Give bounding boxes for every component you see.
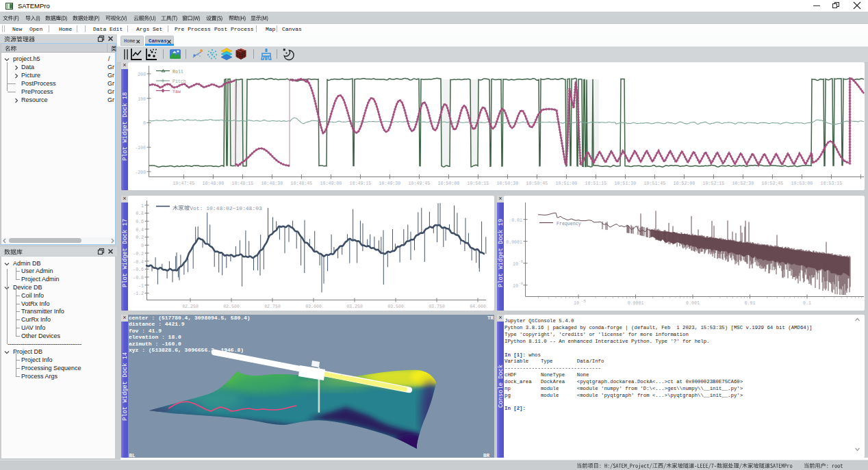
svg-text:-6: -6 (519, 259, 524, 264)
svg-text:-1.2: -1.2 (133, 291, 144, 296)
svg-text:10:51:30: 10:51:30 (615, 181, 637, 186)
svg-text:10:51:45: 10:51:45 (644, 181, 666, 186)
svg-text:0.001: 0.001 (686, 301, 700, 306)
svg-text:10:48:00: 10:48:00 (203, 181, 225, 186)
svg-text:10:49:15: 10:49:15 (350, 181, 372, 186)
svg-text:10:52:00: 10:52:00 (674, 181, 695, 186)
svg-text:-0.4: -0.4 (133, 260, 144, 265)
svg-text:10:49:45: 10:49:45 (409, 181, 431, 186)
svg-text:0.01: 0.01 (511, 218, 522, 223)
svg-text:0.0001: 0.0001 (506, 240, 522, 245)
svg-text:10:51:15: 10:51:15 (585, 181, 607, 186)
svg-text:-0.2: -0.2 (133, 252, 144, 257)
svg-text:10: 10 (513, 284, 518, 289)
svg-text:10: 10 (574, 301, 579, 306)
svg-text:center : (517780.4, 3098094.5,: center : (517780.4, 3098094.5, 580.4) (129, 315, 251, 321)
svg-text:10:52:15: 10:52:15 (703, 181, 725, 186)
svg-text:10:50:30: 10:50:30 (497, 181, 519, 186)
svg-text:fov : 41.9: fov : 41.9 (129, 328, 162, 334)
svg-text:03.250: 03.250 (346, 304, 363, 309)
svg-text:0.0001: 0.0001 (628, 301, 644, 306)
svg-text:100: 100 (138, 97, 146, 102)
svg-text:200: 200 (138, 73, 146, 77)
svg-text:TR: TR (487, 315, 494, 321)
svg-text:0.4: 0.4 (136, 228, 144, 233)
svg-text:-0.6: -0.6 (133, 267, 144, 272)
svg-text:10:48:45: 10:48:45 (291, 181, 313, 186)
svg-text:0.6: 0.6 (136, 220, 144, 224)
svg-text:0.2: 0.2 (136, 235, 144, 240)
svg-text:03.500: 03.500 (387, 304, 404, 309)
svg-text:elevation : 18.0: elevation : 18.0 (129, 334, 181, 340)
svg-text:Pitch: Pitch (173, 79, 186, 84)
svg-text:distance : 4421.9: distance : 4421.9 (129, 321, 185, 327)
svg-text:10:51:00: 10:51:00 (556, 181, 578, 186)
svg-text:02.750: 02.750 (264, 304, 281, 309)
svg-text:xyz : (513828.6, 3096656.2, 19: xyz : (513828.6, 3096656.2, 1946.8) (129, 347, 244, 353)
svg-text:Roll: Roll (173, 70, 183, 75)
svg-text:10: 10 (513, 262, 518, 267)
svg-text:0: 0 (143, 121, 146, 126)
svg-text:10:48:15: 10:48:15 (232, 181, 254, 186)
svg-text:Frequency: Frequency (557, 222, 581, 226)
svg-text:10:52:45: 10:52:45 (762, 181, 784, 186)
svg-text:10:47:45: 10:47:45 (173, 181, 195, 186)
svg-text:-200: -200 (135, 170, 146, 175)
svg-text:04.000: 04.000 (470, 304, 486, 309)
svg-text:1: 1 (141, 204, 144, 209)
svg-text:0.8: 0.8 (136, 211, 144, 216)
svg-text:BL: BL (129, 453, 136, 458)
svg-text:10:50:15: 10:50:15 (468, 181, 489, 186)
svg-text:-8: -8 (519, 281, 524, 286)
svg-text:0: 0 (141, 244, 144, 248)
svg-text:10:53:00: 10:53:00 (791, 181, 813, 186)
svg-text:10:49:00: 10:49:00 (320, 181, 342, 186)
svg-text:BR: BR (483, 453, 490, 458)
svg-text:-100: -100 (135, 146, 146, 151)
svg-text:02.500: 02.500 (223, 304, 240, 309)
svg-text:03.750: 03.750 (429, 304, 445, 309)
svg-text:02.250: 02.250 (182, 304, 199, 309)
svg-text:10:52:30: 10:52:30 (732, 181, 754, 186)
svg-text:-1: -1 (138, 284, 144, 289)
svg-text:0.01: 0.01 (745, 301, 756, 306)
svg-text:-0.8: -0.8 (133, 276, 144, 280)
svg-text:10:49:30: 10:49:30 (379, 181, 401, 186)
svg-text:azimuth : -160.0: azimuth : -160.0 (129, 341, 181, 347)
svg-text:-5: -5 (581, 299, 587, 304)
svg-text:10:50:00: 10:50:00 (438, 181, 460, 186)
svg-text:Yaw: Yaw (173, 90, 181, 94)
svg-text:03.000: 03.000 (305, 304, 322, 309)
svg-text:0.1: 0.1 (803, 301, 811, 306)
svg-text:10:48:30: 10:48:30 (261, 181, 283, 186)
svg-text:10:50:45: 10:50:45 (526, 181, 548, 186)
svg-text:10:53:15: 10:53:15 (821, 181, 843, 186)
